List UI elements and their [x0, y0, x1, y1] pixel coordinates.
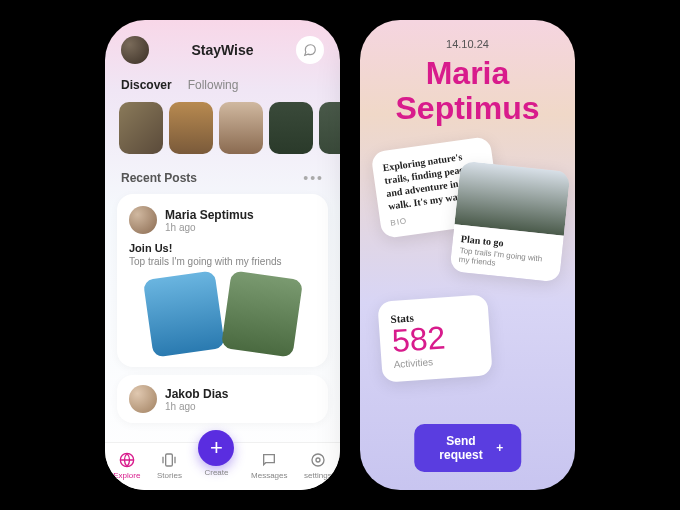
nav-label: Stories	[157, 471, 182, 480]
stories-icon	[160, 451, 178, 469]
nav-messages[interactable]: Messages	[251, 451, 287, 480]
story-item[interactable]	[319, 102, 340, 154]
story-item[interactable]	[119, 102, 163, 154]
nav-label: Create	[204, 468, 228, 477]
phone-profile: 14.10.24 Maria Septimus Exploring nature…	[360, 20, 575, 490]
nav-create[interactable]: + Create	[198, 454, 234, 477]
button-label: Send request	[432, 434, 490, 462]
nav-settings[interactable]: settings	[304, 451, 332, 480]
nav-stories[interactable]: Stories	[157, 451, 182, 480]
bottom-nav: Explore Stories + Create Messages settin…	[105, 442, 340, 490]
svg-point-2	[316, 458, 320, 462]
post-image[interactable]	[142, 270, 224, 357]
plus-icon: +	[198, 430, 234, 466]
svg-rect-1	[166, 454, 173, 466]
nav-label: Messages	[251, 471, 287, 480]
message-icon	[260, 451, 278, 469]
post-author: Jakob Dias	[165, 387, 228, 401]
stories-row[interactable]	[105, 102, 340, 166]
chat-icon	[303, 43, 317, 57]
profile-date: 14.10.24	[360, 20, 575, 56]
messages-button[interactable]	[296, 36, 324, 64]
stats-value: 582	[391, 319, 479, 357]
post-author: Maria Septimus	[165, 208, 254, 222]
post-subtitle: Top trails I'm going with my friends	[129, 256, 316, 267]
plan-card[interactable]: Plan to go Top trails I'm going with my …	[449, 161, 570, 283]
plus-icon: +	[496, 441, 503, 455]
user-avatar[interactable]	[121, 36, 149, 64]
post-card[interactable]: Jakob Dias 1h ago	[117, 375, 328, 423]
section-header: Recent Posts •••	[105, 166, 340, 194]
post-image[interactable]	[220, 270, 302, 357]
post-avatar[interactable]	[129, 206, 157, 234]
post-card[interactable]: Maria Septimus 1h ago Join Us! Top trail…	[117, 194, 328, 367]
topbar: StayWise	[105, 20, 340, 74]
feed-tabs: Discover Following	[105, 74, 340, 102]
svg-point-3	[312, 454, 324, 466]
nav-label: settings	[304, 471, 332, 480]
profile-cards: Exploring nature's trails, finding peace…	[360, 140, 575, 400]
post-images	[129, 275, 316, 355]
post-title: Join Us!	[129, 242, 316, 254]
stats-card[interactable]: Stats 582 Activities	[377, 295, 492, 383]
tab-discover[interactable]: Discover	[121, 78, 172, 92]
name-first: Maria	[426, 55, 510, 91]
post-avatar[interactable]	[129, 385, 157, 413]
app-title: StayWise	[191, 42, 253, 58]
post-time: 1h ago	[165, 401, 228, 412]
nav-label: Explore	[113, 471, 140, 480]
story-item[interactable]	[269, 102, 313, 154]
post-time: 1h ago	[165, 222, 254, 233]
nav-explore[interactable]: Explore	[113, 451, 140, 480]
tab-following[interactable]: Following	[188, 78, 239, 92]
story-item[interactable]	[219, 102, 263, 154]
more-icon[interactable]: •••	[303, 170, 324, 186]
story-item[interactable]	[169, 102, 213, 154]
profile-name: Maria Septimus	[360, 56, 575, 126]
plan-image	[454, 161, 570, 236]
globe-icon	[118, 451, 136, 469]
send-request-button[interactable]: Send request +	[414, 424, 522, 472]
name-last: Septimus	[395, 90, 539, 126]
section-title: Recent Posts	[121, 171, 197, 185]
phone-feed: StayWise Discover Following Recent Posts…	[105, 20, 340, 490]
gear-icon	[309, 451, 327, 469]
